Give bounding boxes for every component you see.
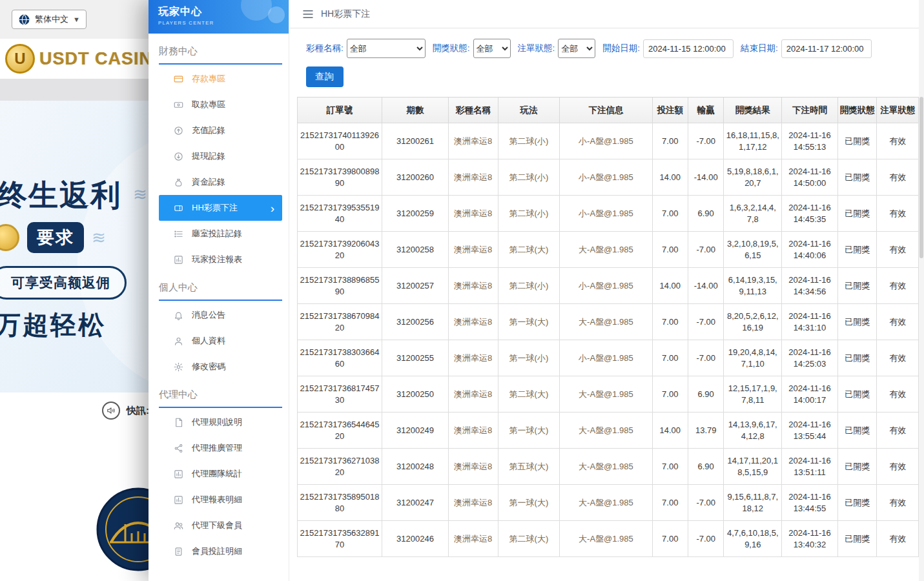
table-cell: 第五球(大) <box>498 449 560 485</box>
banner-headline: 终生返利 <box>0 176 121 216</box>
table-cell: 有效 <box>877 413 919 449</box>
table-cell: 已開獎 <box>837 376 877 413</box>
player-center-modal: 玩家中心 PLAYERS CENTER 財務中心存款專區取款專區充值記錄提現記錄… <box>149 0 924 581</box>
menu-toggle-icon[interactable] <box>302 9 314 19</box>
player-center-sidebar: 玩家中心 PLAYERS CENTER 財務中心存款專區取款專區充值記錄提現記錄… <box>149 0 289 581</box>
table-cell: 2024-11-16 14:45:35 <box>782 196 838 232</box>
table-cell: 第二球(大) <box>498 232 560 268</box>
banner-badge: 要求 <box>27 222 84 253</box>
ticket-icon <box>173 203 183 213</box>
table-cell: 2152173173654464520 <box>298 413 382 449</box>
sidebar-item-change-password[interactable]: 修改密碼 <box>159 354 282 380</box>
sidebar-item-funds-records[interactable]: 資金記錄 <box>159 169 282 195</box>
wave-decoration: ≋ <box>92 228 108 248</box>
sidebar-item-recharge-records[interactable]: 充值記錄 <box>159 117 282 143</box>
table-cell: 有效 <box>877 521 919 557</box>
table-cell: 2024-11-16 13:51:11 <box>782 449 838 485</box>
sidebar-item-agent-promotion[interactable]: 代理推廣管理 <box>159 435 282 461</box>
gear-icon <box>173 362 183 372</box>
table-cell: 2152173173563289170 <box>298 521 382 557</box>
banner-badge-row: 要求 ≋ <box>9 222 108 253</box>
table-cell: 7.00 <box>652 376 688 413</box>
speaker-icon <box>102 402 120 420</box>
wave-decoration: ≋ <box>133 185 149 205</box>
sidebar-item-label: 代理報表明細 <box>192 494 242 505</box>
lottery-name-select[interactable]: 全部 <box>347 39 426 58</box>
table-cell: 澳洲幸运8 <box>448 485 498 521</box>
search-button[interactable]: 查詢 <box>306 66 344 87</box>
table-cell: 6.90 <box>688 196 723 232</box>
column-header: 下注信息 <box>560 97 652 123</box>
table-cell: 有效 <box>877 449 919 485</box>
sidebar-item-agent-report-details[interactable]: 代理報表明細 <box>159 487 282 513</box>
table-row: 215217317398008989031200260澳洲幸运8第二球(小)小-… <box>298 159 919 196</box>
table-cell: 1,6,3,2,14,4,7,8 <box>724 196 782 232</box>
table-cell: 已開獎 <box>837 304 877 340</box>
table-row: 215217317358950188031200247澳洲幸运8第一球(大)大-… <box>298 485 919 521</box>
table-cell: 2152173173681745730 <box>298 376 382 413</box>
draw-status-select[interactable]: 全部 <box>473 39 511 58</box>
sidebar-item-label: 取款專區 <box>192 99 225 110</box>
sidebar-item-member-bet-details[interactable]: 會員投註明細 <box>159 538 282 564</box>
sidebar-item-label: 資金記錄 <box>192 176 225 188</box>
order-status-select[interactable]: 全部 <box>558 39 595 58</box>
language-selector[interactable]: 繁体中文 ▼ <box>12 10 87 29</box>
table-row: 215217317395355194031200259澳洲幸运8第二球(小)小-… <box>298 196 919 232</box>
table-cell: 16,18,11,15,8,1,17,12 <box>724 123 782 159</box>
bets-table-container: 訂單號期數彩種名稱玩法下注信息投注額輸贏開獎結果下注時間開獎狀態注單狀態 215… <box>289 88 924 581</box>
table-cell: 第二球(大) <box>498 521 560 557</box>
table-cell: 大-A盤@1.985 <box>560 485 652 521</box>
table-cell: 第一球(小) <box>498 340 560 376</box>
sidebar-subtitle: PLAYERS CENTER <box>158 20 289 26</box>
bell-icon <box>173 310 183 320</box>
brand-name: USDT CASINO <box>39 49 167 69</box>
sidebar-item-label: 廳室投註記錄 <box>192 228 242 240</box>
sidebar-item-agent-sub-members[interactable]: 代理下級會員 <box>159 513 282 538</box>
sidebar-item-label: 代理推廣管理 <box>192 442 242 454</box>
table-cell: 小-A盤@1.985 <box>560 340 652 376</box>
sidebar-item-deposit[interactable]: 存款專區 <box>159 66 282 92</box>
table-cell: 小-A盤@1.985 <box>560 123 652 159</box>
sidebar-item-announcements[interactable]: 消息公告 <box>159 302 282 328</box>
main-content: HH彩票下注 彩種名稱: 全部 開獎狀態: 全部 注單狀態: 全部 <box>289 0 924 581</box>
table-cell: 第二球(小) <box>498 196 560 232</box>
page-title: HH彩票下注 <box>321 8 370 20</box>
caret-down-icon: ▼ <box>73 15 80 23</box>
sidebar-item-agent-team-stats[interactable]: 代理團隊統計 <box>159 461 282 487</box>
table-cell: 第二球(小) <box>498 123 560 159</box>
sidebar-item-player-bet-report[interactable]: 玩家投注報表 <box>159 247 282 272</box>
sidebar-item-agent-rules[interactable]: 代理規則說明 <box>159 409 282 435</box>
people-icon <box>173 520 183 531</box>
sidebar-item-withdrawal-records[interactable]: 提現記錄 <box>159 143 282 169</box>
vertical-scrollbar <box>919 0 924 581</box>
gold-coin-icon <box>0 224 19 251</box>
table-row: 215217317388968559031200257澳洲幸运8第二球(小)小-… <box>298 268 919 304</box>
table-cell: 8,20,5,2,6,12,16,19 <box>724 304 782 340</box>
table-cell: 3,2,10,8,19,5,6,15 <box>724 232 782 268</box>
table-row: 215217317365446452031200249澳洲幸运8第一球(大)大-… <box>298 413 919 449</box>
end-date-input[interactable] <box>781 39 872 58</box>
sidebar-section-title: 個人中心 <box>159 281 282 301</box>
sidebar-item-profile[interactable]: 個人資料 <box>159 328 282 354</box>
report-icon <box>173 469 183 479</box>
table-cell: 2152173173589501880 <box>298 485 382 521</box>
banner-subline: 万超轻松 <box>0 307 106 343</box>
column-header: 輸贏 <box>688 97 723 123</box>
table-cell: 2024-11-16 13:40:32 <box>782 521 838 557</box>
table-cell: 19,20,4,8,14,7,1,10 <box>724 340 782 376</box>
table-cell: 有效 <box>877 268 919 304</box>
table-cell: 澳洲幸运8 <box>448 159 498 196</box>
sidebar-item-withdraw[interactable]: 取款專區 <box>159 92 282 117</box>
sidebar-item-label: 代理下級會員 <box>192 520 242 531</box>
table-cell: -7.00 <box>688 232 723 268</box>
scrollbar-thumb[interactable] <box>919 97 923 258</box>
sidebar-item-hh-lottery-bets[interactable]: HH彩票下注› <box>159 195 282 221</box>
table-cell: 有效 <box>877 376 919 413</box>
sidebar-item-hall-bet-records[interactable]: 廳室投註記錄 <box>159 221 282 247</box>
table-cell: 第二球(大) <box>498 376 560 413</box>
table-cell: 已開獎 <box>837 232 877 268</box>
table-cell: 澳洲幸运8 <box>448 413 498 449</box>
language-label: 繁体中文 <box>35 14 68 25</box>
sidebar-item-label: HH彩票下注 <box>192 202 238 214</box>
start-date-input[interactable] <box>643 39 734 58</box>
